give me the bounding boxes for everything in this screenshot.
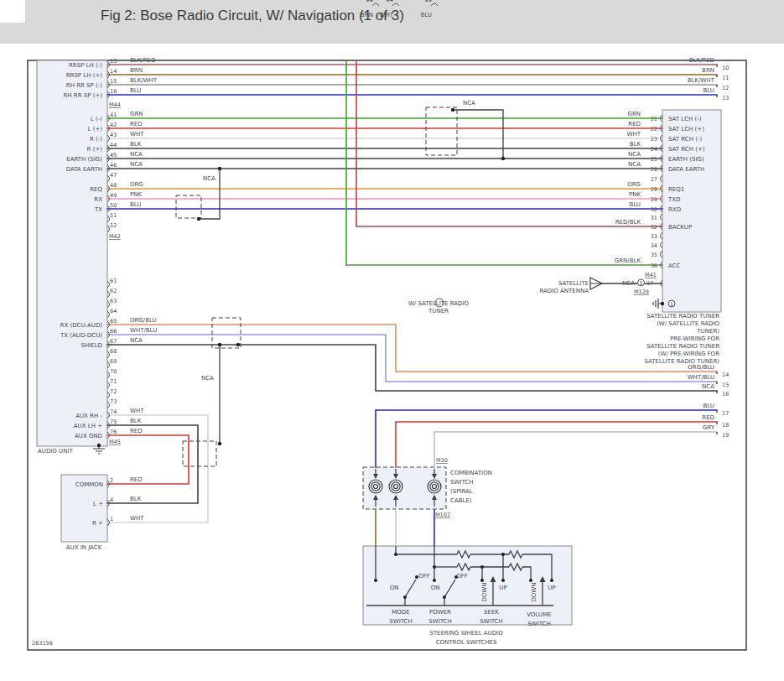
- svg-text:ORG: ORG: [130, 181, 143, 188]
- svg-text:64: 64: [110, 308, 117, 315]
- tuner-caption-5: SATELLITE RADIO TUNER: [646, 343, 719, 350]
- svg-text:WHT/BLU: WHT/BLU: [688, 374, 714, 381]
- svg-text:69: 69: [110, 358, 117, 365]
- pin-row: 27: [651, 175, 662, 183]
- svg-text:SAT RCH (-): SAT RCH (-): [668, 136, 702, 143]
- svg-text:SAT LCH (+): SAT LCH (+): [668, 126, 704, 133]
- svg-text:AUX GND: AUX GND: [75, 433, 102, 439]
- svg-text:46: 46: [110, 162, 117, 169]
- svg-text:48: 48: [110, 182, 117, 189]
- svg-text:65: 65: [110, 318, 117, 325]
- svg-text:BRN: BRN: [361, 12, 373, 18]
- position-label: ON: [390, 585, 399, 591]
- svg-text:51: 51: [110, 212, 117, 219]
- svg-text:ACC: ACC: [668, 263, 681, 269]
- svg-text:47: 47: [110, 172, 117, 179]
- svg-text:11: 11: [722, 75, 729, 81]
- connector-label-m42: M42: [109, 233, 121, 240]
- svg-text:GRN: GRN: [130, 111, 143, 117]
- pin-row: 64: [107, 308, 117, 318]
- connector-label-m44: M44: [109, 101, 121, 108]
- svg-text:27: 27: [651, 176, 657, 183]
- svg-text:SWITCH: SWITCH: [527, 621, 550, 627]
- svg-text:WHT: WHT: [380, 12, 394, 18]
- svg-text:TX (AUD-DCU): TX (AUD-DCU): [60, 332, 102, 339]
- antenna-label-2: RADIO ANTENNA: [539, 288, 589, 294]
- svg-text:19: 19: [425, 0, 432, 3]
- svg-text:WHT/BLU: WHT/BLU: [130, 327, 157, 334]
- svg-text:19: 19: [722, 432, 729, 439]
- wire-aux-blk: [107, 425, 198, 503]
- wire-label: NCA: [201, 375, 214, 382]
- svg-text:BLK: BLK: [130, 418, 142, 424]
- svg-text:74: 74: [110, 408, 117, 415]
- svg-text:WHT: WHT: [130, 131, 144, 138]
- svg-text:49: 49: [110, 192, 117, 199]
- wire-org-blu: [107, 325, 717, 372]
- svg-text:COMMON: COMMON: [75, 481, 103, 488]
- svg-text:NCA: NCA: [702, 383, 714, 390]
- svg-text:NCA: NCA: [628, 161, 641, 168]
- wire-wht-blu: [107, 335, 717, 382]
- wire-red-blk: [356, 61, 662, 226]
- connector-label-m30: M30: [436, 457, 448, 464]
- position-label: OFF: [456, 573, 468, 580]
- svg-text:EARTH (SIG): EARTH (SIG): [668, 156, 704, 163]
- svg-text:32: 32: [651, 224, 657, 231]
- svg-text:NCA: NCA: [130, 151, 143, 158]
- svg-text:44: 44: [110, 142, 117, 148]
- svg-text:POWER: POWER: [429, 609, 451, 616]
- svg-text:15: 15: [722, 382, 729, 388]
- svg-text:52: 52: [110, 222, 117, 229]
- svg-text:SAT LCH (-): SAT LCH (-): [668, 116, 702, 122]
- comb-caption-2: SWITCH: [450, 479, 473, 486]
- connector-label-m129: M129: [634, 289, 649, 295]
- svg-text:16: 16: [110, 88, 117, 95]
- pin-row: 51: [107, 212, 117, 222]
- aux-in-jack-label: AUX IN JACK: [66, 544, 102, 551]
- tuner-caption-2: (W/ SATELLITE RADIO: [657, 320, 719, 327]
- svg-text:16: 16: [722, 391, 729, 398]
- svg-text:BLU: BLU: [130, 201, 141, 208]
- svg-text:RED/BLK: RED/BLK: [615, 219, 641, 226]
- svg-text:21: 21: [651, 116, 657, 122]
- wire-comb-gry: [434, 432, 717, 467]
- pin37-wire-label: NCA: [622, 280, 635, 287]
- position-label: ON: [431, 585, 440, 591]
- svg-text:SWITCH: SWITCH: [389, 618, 412, 625]
- junction-dots: [97, 108, 664, 599]
- svg-text:SHIELD: SHIELD: [81, 342, 102, 349]
- svg-text:WHT: WHT: [130, 515, 144, 522]
- wire-label: NCA: [203, 175, 215, 182]
- svg-text:BLK: BLK: [630, 141, 641, 148]
- svg-text:SWITCH: SWITCH: [428, 618, 451, 625]
- comb-caption-1: COMBINATION: [450, 470, 492, 476]
- wire-nca-shield: [107, 345, 717, 391]
- pin-row: 68: [107, 348, 117, 358]
- pin-row: 33: [651, 232, 662, 240]
- svg-text:14: 14: [110, 68, 117, 75]
- svg-text:RRSP LH (-): RRSP LH (-): [69, 62, 102, 69]
- svg-text:14: 14: [722, 372, 729, 378]
- svg-text:41: 41: [110, 112, 117, 118]
- position-label: UP: [499, 585, 506, 591]
- svg-text:42: 42: [110, 122, 117, 128]
- connector-label-m41: M41: [645, 272, 657, 278]
- svg-text:RRSP LH (+): RRSP LH (+): [66, 72, 103, 79]
- svg-text:AUX LH +: AUX LH +: [74, 423, 102, 429]
- connector-label-m45: M45: [109, 439, 121, 445]
- svg-text:BLK/RED: BLK/RED: [689, 57, 714, 64]
- pin-row: 72: [107, 388, 117, 398]
- svg-text:18: 18: [722, 422, 729, 429]
- pin-row: 35: [651, 251, 662, 258]
- svg-text:WHT: WHT: [627, 131, 641, 138]
- tuner-caption-4: PRE-WIRING FOR: [670, 335, 719, 342]
- pin-row: 69: [107, 358, 117, 368]
- svg-text:TXD: TXD: [667, 196, 680, 203]
- svg-text:L (-): L (-): [91, 116, 102, 122]
- svg-text:BLU: BLU: [421, 12, 432, 18]
- floating-wire-labels: NCANCANCA: [201, 100, 475, 382]
- svg-text:BLK/RED: BLK/RED: [130, 57, 155, 64]
- svg-text:BLK/WHT: BLK/WHT: [130, 77, 158, 84]
- svg-text:REQ1: REQ1: [668, 186, 684, 193]
